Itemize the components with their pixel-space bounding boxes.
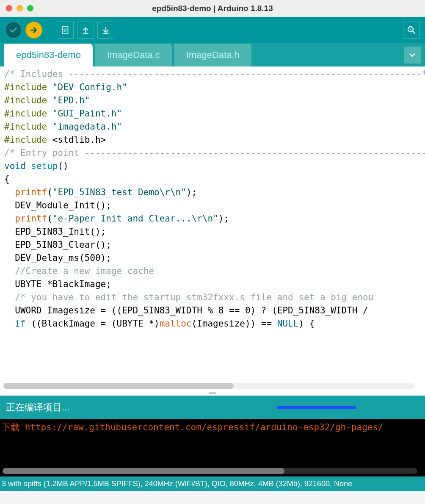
verify-button[interactable] [5, 22, 22, 39]
code-text: #include [4, 135, 47, 145]
code-text: ( [47, 187, 52, 197]
code-text: ((BlackImage = (UBYTE *) [26, 318, 160, 329]
code-text: /* you have to edit the startup_stm32fxx… [4, 292, 373, 302]
code-text: EPD_5IN83_Init(); [4, 227, 106, 237]
code-text: #include [4, 82, 47, 92]
status-bar: 正在编译项目... [0, 396, 425, 419]
code-text: DEV_Delay_ms(500); [4, 253, 111, 263]
code-text: "GUI_Paint.h" [47, 108, 122, 119]
editor-hscroll-thumb[interactable] [3, 383, 234, 389]
code-text: ); [218, 213, 229, 224]
code-text: NULL [277, 318, 299, 329]
code-text: //Create a new image cache [4, 266, 154, 276]
code-text: printf [4, 213, 47, 224]
code-text: DEV_Module_Init(); [4, 200, 111, 210]
code-text: () [58, 161, 68, 171]
code-text: "DEV_Config.h" [47, 82, 127, 92]
code-text: UBYTE *BlackImage; [4, 279, 111, 289]
compile-progress-fill [277, 406, 356, 409]
arrow-up-icon [81, 25, 90, 35]
titlebar: epd5in83-demo | Arduino 1.8.13 [0, 0, 425, 17]
code-text: "e-Paper Init and Clear...\r\n" [52, 213, 218, 224]
close-button[interactable] [6, 5, 12, 11]
board-info-text: 3 with spiffs (1.2MB APP/1.5MB SPIFFS), … [2, 479, 352, 488]
code-text: /* Entry point [4, 148, 85, 158]
maximize-button[interactable] [27, 5, 33, 11]
code-text: printf [4, 187, 47, 197]
svg-point-2 [410, 29, 411, 30]
code-text: { [4, 174, 10, 184]
code-text: #include [4, 108, 47, 119]
code-text: ----------------------------------------… [69, 69, 425, 79]
code-text: EPD_5IN83_Clear(); [4, 240, 111, 250]
serial-monitor-button[interactable] [403, 22, 420, 39]
console-line: 下载 https://raw.githubusercontent.com/esp… [2, 421, 423, 433]
code-text: ----------------------------------------… [85, 148, 425, 158]
code-text: "imagedata.h" [47, 122, 122, 132]
code-text: <stdlib.h> [47, 135, 106, 145]
open-button[interactable] [77, 22, 94, 39]
window-controls [6, 5, 33, 11]
code-text: "EPD_5IN83_test Demo\r\n" [52, 187, 186, 197]
minimize-button[interactable] [17, 5, 23, 11]
new-button[interactable] [57, 22, 74, 39]
window-title: epd5in83-demo | Arduino 1.8.13 [0, 4, 425, 13]
svg-rect-0 [63, 27, 68, 34]
tab-imagedata-h[interactable]: ImageData.h [174, 44, 251, 66]
tab-menu-button[interactable] [404, 47, 421, 64]
magnifier-icon [406, 25, 417, 35]
board-info-bar: 3 with spiffs (1.2MB APP/1.5MB SPIFFS), … [0, 476, 425, 491]
arrow-down-icon [101, 25, 110, 35]
arrow-right-icon [29, 25, 39, 35]
file-icon [61, 25, 70, 35]
code-text: (Imagesize)) == [192, 318, 277, 329]
toolbar [0, 17, 425, 43]
tab-main[interactable]: epd5in83-demo [4, 44, 93, 66]
code-text: #include [4, 122, 47, 132]
check-icon [9, 25, 18, 35]
code-text: #include [4, 95, 47, 105]
code-text: setup [26, 161, 58, 171]
chevron-down-icon [409, 53, 416, 57]
status-text: 正在编译项目... [6, 401, 69, 414]
editor-hscrollbar[interactable] [3, 383, 415, 389]
code-editor[interactable]: /* Includes ----------------------------… [0, 66, 425, 390]
code-text: ( [47, 213, 52, 224]
splitter-handle[interactable] [0, 390, 425, 396]
console-hscroll-thumb[interactable] [3, 468, 284, 474]
save-button[interactable] [97, 22, 114, 39]
upload-button[interactable] [25, 22, 42, 39]
code-text: /* Includes [4, 69, 69, 79]
code-text: malloc [160, 318, 192, 329]
code-text: "EPD.h" [47, 95, 90, 105]
code-text: if [4, 318, 26, 329]
code-text: ); [186, 187, 197, 197]
code-text: ) { [298, 318, 315, 329]
console-output[interactable]: 下载 https://raw.githubusercontent.com/esp… [0, 419, 425, 476]
tab-bar: epd5in83-demo ImageData.c ImageData.h [0, 43, 425, 66]
code-text: UWORD Imagesize = ((EPD_5IN83_WIDTH % 8 … [4, 305, 373, 316]
compile-progress [277, 406, 408, 409]
console-hscrollbar[interactable] [3, 468, 417, 474]
code-text: void [4, 161, 26, 171]
tab-imagedata-c[interactable]: ImageData.c [95, 44, 172, 66]
grip-icon [209, 392, 216, 394]
